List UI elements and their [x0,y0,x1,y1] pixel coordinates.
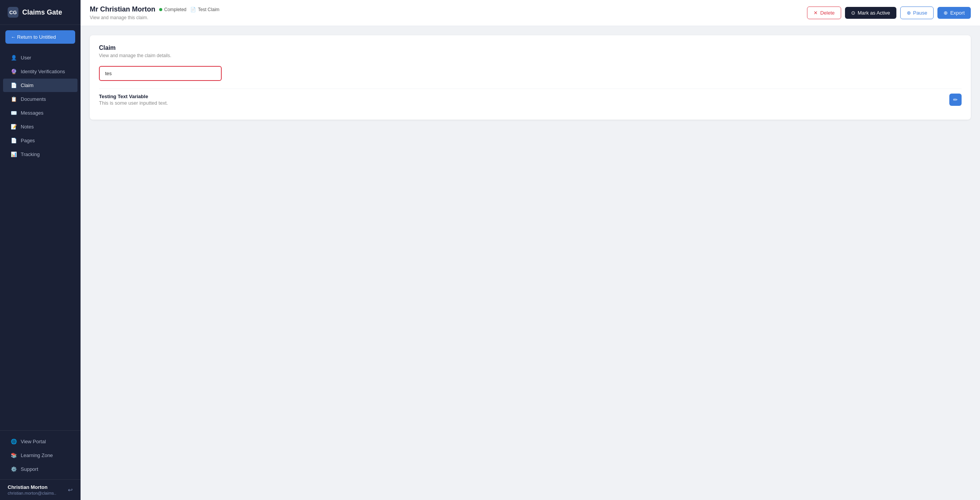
sidebar-item-messages[interactable]: ✉️Messages [3,106,77,120]
mark-active-label: Mark as Active [858,10,890,16]
row-label: Testing Text Variable [99,94,168,99]
sidebar-bottom: 🌐View Portal📚Learning Zone⚙️Support [0,430,81,479]
sidebar-item-label: Messages [21,110,43,116]
notes-icon: 📝 [11,124,17,130]
sidebar-item-tracking[interactable]: 📊Tracking [3,148,77,161]
sidebar-user: Christian Morton christian.morton@claims… [0,479,81,500]
status-dot [159,8,162,11]
sidebar-item-identity-verifications[interactable]: 🔮Identity Verifications [3,65,77,78]
table-row: Testing Text Variable This is some user … [99,89,962,110]
view-portal-icon: 🌐 [11,439,17,444]
sidebar-item-label: Pages [21,138,35,143]
export-icon: ⊕ [944,10,948,16]
edit-button[interactable]: ✏ [949,94,962,106]
header-subtitle: View and manage this claim. [90,15,219,20]
claim-card-title: Claim [99,44,962,51]
claim-card: Claim View and manage the claim details.… [90,35,971,120]
delete-icon: ✕ [814,10,818,16]
sidebar-item-label: Support [21,466,38,472]
delete-button[interactable]: ✕ Delete [807,7,841,19]
pause-icon: ⊕ [907,10,911,16]
status-label: Completed [164,7,186,12]
sidebar-item-label: Learning Zone [21,452,53,458]
sidebar-item-label: View Portal [21,439,46,444]
header-left: Mr Christian Morton Completed 📄 Test Cla… [90,5,219,20]
user-name: Christian Morton [8,484,56,490]
export-button[interactable]: ⊕ Export [937,7,971,19]
messages-icon: ✉️ [11,110,17,116]
tracking-icon: 📊 [11,151,17,157]
pause-button[interactable]: ⊕ Pause [900,7,934,19]
tag-badge: 📄 Test Claim [190,7,219,12]
claim-icon: 📄 [11,82,17,88]
delete-label: Delete [820,10,835,16]
sidebar-item-user[interactable]: 👤User [3,51,77,64]
header-title-row: Mr Christian Morton Completed 📄 Test Cla… [90,5,219,13]
logo-text: Claims Gate [22,8,62,16]
sidebar-item-view-portal[interactable]: 🌐View Portal [3,435,77,448]
sidebar-nav: 👤User🔮Identity Verifications📄Claim📋Docum… [0,48,81,430]
user-info: Christian Morton christian.morton@claims… [8,484,56,495]
header-actions: ✕ Delete ⊙ Mark as Active ⊕ Pause ⊕ Expo… [807,7,971,19]
page-header: Mr Christian Morton Completed 📄 Test Cla… [81,0,980,26]
sidebar-item-support[interactable]: ⚙️Support [3,462,77,476]
sidebar-item-notes[interactable]: 📝Notes [3,120,77,133]
status-badge: Completed [159,7,186,12]
pages-icon: 📄 [11,138,17,143]
sidebar-item-label: Notes [21,124,34,130]
claim-owner-name: Mr Christian Morton [90,5,155,13]
sidebar: CG Claims Gate ← Return to Untitled 👤Use… [0,0,81,500]
sidebar-item-label: User [21,55,31,61]
sidebar-item-claim[interactable]: 📄Claim [3,79,77,92]
export-label: Export [950,10,965,16]
sidebar-item-label: Tracking [21,151,40,157]
logout-icon[interactable]: ↩ [68,487,73,493]
search-input[interactable] [99,66,222,81]
main-content: Mr Christian Morton Completed 📄 Test Cla… [81,0,980,500]
learning-zone-icon: 📚 [11,452,17,458]
pause-label: Pause [913,10,927,16]
page-content: Claim View and manage the claim details.… [81,26,980,129]
claim-card-subtitle: View and manage the claim details. [99,53,962,58]
row-left: Testing Text Variable This is some user … [99,94,168,106]
sidebar-item-documents[interactable]: 📋Documents [3,92,77,106]
search-wrapper [99,66,962,81]
sidebar-item-learning-zone[interactable]: 📚Learning Zone [3,449,77,462]
tag-label: Test Claim [198,7,219,12]
sidebar-item-label: Claim [21,82,33,88]
sidebar-logo: CG Claims Gate [0,0,81,25]
user-email: christian.morton@claims.. [8,491,56,495]
mark-active-icon: ⊙ [851,10,855,16]
sidebar-item-pages[interactable]: 📄Pages [3,134,77,147]
identity-verifications-icon: 🔮 [11,69,17,74]
sidebar-item-label: Identity Verifications [21,69,65,74]
mark-active-button[interactable]: ⊙ Mark as Active [845,7,896,19]
documents-icon: 📋 [11,96,17,102]
return-button[interactable]: ← Return to Untitled [5,30,75,44]
tag-icon: 📄 [190,7,196,12]
sidebar-item-label: Documents [21,96,46,102]
row-value: This is some user inputted text. [99,100,168,106]
user-icon: 👤 [11,55,17,61]
edit-icon: ✏ [953,97,958,103]
logo-icon: CG [8,7,18,18]
support-icon: ⚙️ [11,466,17,472]
